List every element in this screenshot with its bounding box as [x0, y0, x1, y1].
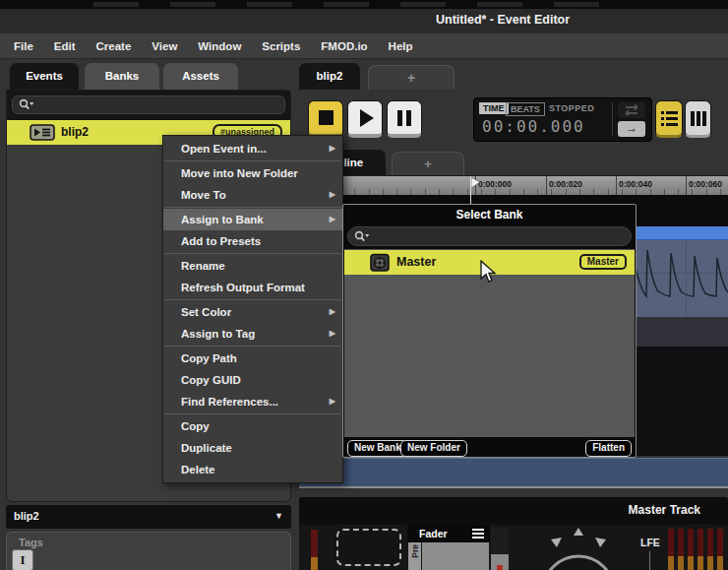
follow-playhead-button[interactable]: → — [618, 121, 645, 137]
list-view-icon — [661, 111, 678, 114]
submenu-arrow-icon: ▶ — [330, 184, 335, 206]
menu-separator — [164, 346, 341, 347]
empty-effect-slot[interactable] — [336, 529, 401, 566]
menu-item-rename[interactable]: Rename — [163, 255, 342, 277]
play-button[interactable] — [347, 100, 383, 138]
tracks-view-button[interactable] — [655, 100, 683, 138]
menu-create[interactable]: Create — [96, 40, 132, 52]
tab-banks[interactable]: Banks — [85, 63, 159, 90]
new-timeline-tab-button[interactable]: + — [392, 152, 464, 175]
event-selector-bar[interactable]: blip2 ▼ — [6, 505, 291, 529]
menu-item-copy-path[interactable]: Copy Path — [163, 348, 342, 369]
menu-help[interactable]: Help — [389, 40, 413, 52]
flatten-button[interactable]: Flatten — [585, 440, 632, 457]
menu-item-set-color[interactable]: Set Color▶ — [163, 301, 342, 323]
bank-search-input[interactable] — [347, 226, 632, 246]
tab-events[interactable]: Events — [10, 63, 79, 90]
new-bank-button[interactable]: New Bank — [347, 440, 408, 457]
menu-item-add-to-presets[interactable]: Add to Presets — [163, 230, 342, 252]
deck-module-red-indicator — [497, 565, 503, 570]
menu-separator — [164, 299, 341, 300]
new-folder-button[interactable]: New Folder — [400, 440, 467, 457]
event-2d-icon — [30, 124, 55, 141]
playback-time: 00:00.000 — [482, 117, 585, 136]
menu-item-delete[interactable]: Delete — [163, 459, 342, 480]
column-view-icon-bar2 — [702, 111, 706, 126]
menu-item-refresh-output-format[interactable]: Refresh Output Format — [163, 277, 342, 298]
ruler-label-0: 0:00:000 — [478, 179, 512, 189]
menu-item-assign-to-bank[interactable]: Assign to Bank▶ — [163, 209, 342, 230]
beats-mode-toggle[interactable]: BEATS — [506, 102, 545, 116]
search-icon — [19, 98, 34, 111]
menu-separator — [164, 413, 341, 414]
menu-item-copy[interactable]: Copy — [163, 415, 342, 437]
column-view-icon — [691, 111, 695, 126]
submenu-arrow-icon: ▶ — [330, 301, 335, 323]
ruler-label-60: 0:00:060 — [689, 179, 722, 189]
stop-button[interactable] — [308, 100, 343, 138]
menu-item-move-into-new-folder[interactable]: Move into New Folder — [163, 162, 342, 184]
menu-scripts[interactable]: Scripts — [262, 40, 300, 52]
meter-bar3 — [688, 529, 694, 570]
fmod-event-editor-window: Untitled* - Event Editor File Edit Creat… — [0, 0, 728, 570]
text-cursor-icon[interactable]: I — [12, 549, 33, 570]
ruler-label-40: 0:00:040 — [619, 179, 652, 189]
tags-panel: Tags I — [6, 532, 291, 570]
playback-status: STOPPED — [549, 103, 594, 113]
loop-icon — [618, 102, 645, 118]
lanes-view-button[interactable] — [685, 100, 711, 138]
pause-button[interactable] — [387, 100, 422, 138]
ruler-tick3 — [616, 176, 617, 196]
menu-item-open-event-in[interactable]: Open Event in...▶ — [163, 138, 342, 159]
menu-window[interactable]: Window — [198, 40, 241, 52]
master-track-header[interactable]: Master Track — [299, 497, 728, 525]
pause-icon-bar — [406, 110, 411, 126]
overview-scroll-bar[interactable] — [299, 458, 728, 488]
lcd-divider — [612, 102, 613, 136]
hamburger-menu-icon[interactable] — [472, 529, 484, 538]
output-meters — [668, 529, 725, 570]
menu-fmodio[interactable]: FMOD.io — [321, 40, 367, 52]
master-track-label: Master Track — [629, 503, 700, 517]
time-mode-toggle[interactable]: TIME — [479, 102, 509, 114]
event-context-menu: Open Event in...▶ Move into New Folder M… — [162, 135, 343, 483]
tab-assets[interactable]: Assets — [163, 63, 238, 90]
menu-item-find-references[interactable]: Find References...▶ — [163, 391, 342, 412]
menu-item-duplicate[interactable]: Duplicate — [163, 437, 342, 459]
menu-item-copy-guid[interactable]: Copy GUID — [163, 369, 342, 391]
new-event-tab-button[interactable]: + — [368, 65, 455, 90]
select-bank-title: Select Bank — [343, 205, 636, 224]
menu-item-assign-to-tag[interactable]: Assign to Tag▶ — [163, 323, 342, 345]
title-bar: Untitled* - Event Editor — [0, 9, 728, 33]
timeline-ruler[interactable]: 0:00:000 0:00:020 0:00:040 0:00:060 — [299, 175, 728, 195]
menu-file[interactable]: File — [14, 40, 33, 52]
pan-knob[interactable] — [540, 525, 617, 570]
fader-pre-tab[interactable]: Pre — [408, 542, 421, 570]
submenu-arrow-icon: ▶ — [330, 138, 335, 159]
menu-view[interactable]: View — [152, 40, 177, 52]
submenu-arrow-icon: ▶ — [330, 323, 335, 345]
menu-separator — [164, 253, 341, 254]
lfe-label: LFE — [640, 537, 660, 548]
menu-edit[interactable]: Edit — [54, 40, 76, 52]
popup-footer: New Bank New Folder Flatten — [343, 438, 636, 458]
menu-separator — [164, 207, 341, 208]
menu-item-move-to[interactable]: Move To▶ — [163, 184, 342, 206]
tags-label: Tags — [19, 537, 43, 548]
knob-top-marker-icon — [574, 528, 583, 536]
pre-label: Pre — [410, 544, 420, 558]
fader-module-header[interactable]: Fader — [407, 525, 490, 542]
master-bank-badge: Master — [579, 254, 627, 270]
menu-separator — [164, 160, 341, 161]
event-name: blip2 — [61, 125, 89, 139]
fader-body[interactable] — [422, 542, 489, 570]
event-editor-tab[interactable]: blip2 — [299, 63, 360, 90]
meter-bar2 — [678, 529, 684, 570]
screen-edge-artifacts — [93, 2, 605, 7]
bank-icon — [370, 253, 390, 272]
events-search-input[interactable] — [12, 95, 285, 114]
loop-playback-button[interactable] — [618, 102, 645, 118]
master-track-deck: Fader Pre LFE — [299, 525, 728, 570]
selected-event-label: blip2 — [14, 510, 39, 522]
playhead-flag-icon[interactable] — [471, 177, 481, 190]
